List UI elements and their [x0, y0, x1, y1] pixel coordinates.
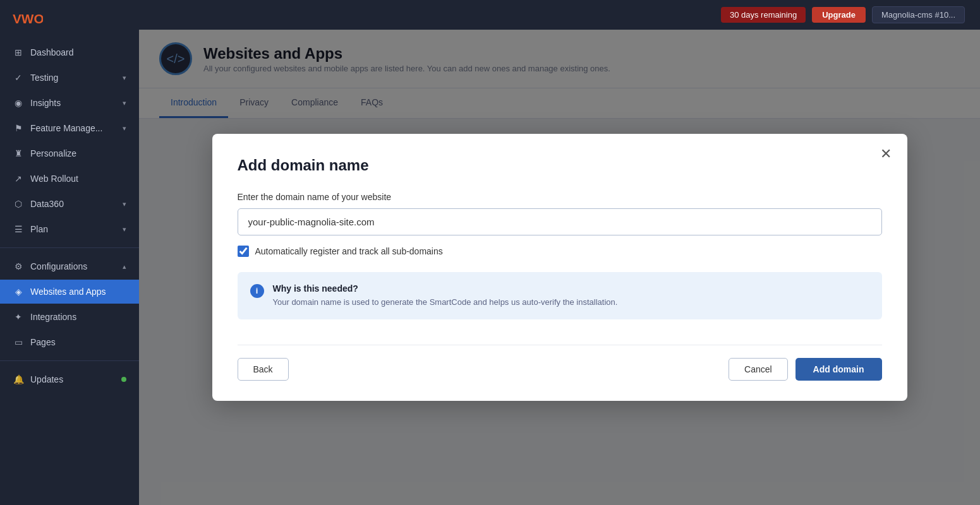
back-button[interactable]: Back: [238, 358, 289, 381]
sidebar-item-plan[interactable]: ☰ Plan ▾: [0, 217, 139, 241]
logo-area: VWO: [0, 0, 139, 38]
sidebar-item-label: Integrations: [30, 312, 76, 322]
sidebar-item-label: Data360: [30, 199, 64, 209]
info-icon: i: [250, 284, 264, 298]
sidebar-item-pages[interactable]: ▭ Pages: [0, 330, 139, 354]
account-badge: Magnolia-cms #10...: [872, 6, 965, 23]
testing-icon: ✓: [13, 72, 24, 83]
sidebar-item-insights[interactable]: ◉ Insights ▾: [0, 91, 139, 115]
chevron-down-icon: ▾: [123, 200, 126, 208]
sidebar-item-data360[interactable]: ⬡ Data360 ▾: [0, 192, 139, 216]
integrations-icon: ✦: [13, 311, 24, 323]
add-domain-modal: ✕ Add domain name Enter the domain name …: [212, 134, 907, 401]
sidebar-item-web-rollout[interactable]: ↗ Web Rollout: [0, 167, 139, 191]
sidebar-item-label: Web Rollout: [30, 174, 78, 184]
nav-divider-2: [0, 360, 139, 361]
sidebar-item-personalize[interactable]: ♜ Personalize: [0, 141, 139, 165]
form-label: Enter the domain name of your website: [238, 192, 882, 202]
sidebar-item-label: Insights: [30, 98, 61, 108]
sidebar-item-websites-and-apps[interactable]: ◈ Websites and Apps: [0, 280, 139, 304]
chevron-down-icon: ▾: [123, 225, 126, 234]
main-content: 30 days remaining Upgrade Magnolia-cms #…: [139, 0, 980, 505]
sidebar-item-integrations[interactable]: ✦ Integrations: [0, 305, 139, 329]
sidebar-item-label: Personalize: [30, 148, 76, 158]
configurations-icon: ⚙: [13, 261, 24, 272]
data360-icon: ⬡: [13, 198, 24, 210]
sidebar-item-label: Dashboard: [30, 47, 74, 57]
subdomain-checkbox-row: Automatically register and track all sub…: [238, 246, 882, 257]
sidebar-item-feature-manage[interactable]: ⚑ Feature Manage... ▾: [0, 116, 139, 140]
sidebar-nav: ⊞ Dashboard ✓ Testing ▾ ◉ Insights ▾ ⚑ F…: [0, 38, 139, 505]
chevron-down-icon: ▾: [123, 99, 126, 107]
nav-divider: [0, 247, 139, 248]
cancel-button[interactable]: Cancel: [729, 358, 788, 381]
topbar: 30 days remaining Upgrade Magnolia-cms #…: [139, 0, 980, 30]
plan-icon: ☰: [13, 223, 24, 235]
updates-badge: [121, 377, 126, 382]
page-area: </> Websites and Apps All your configure…: [139, 30, 980, 505]
info-box-title: Why is this needed?: [273, 283, 618, 294]
modal-close-button[interactable]: ✕: [876, 144, 896, 164]
pages-icon: ▭: [13, 336, 24, 348]
info-box: i Why is this needed? Your domain name i…: [238, 272, 882, 320]
sidebar-item-label: Feature Manage...: [30, 123, 102, 133]
subdomain-checkbox[interactable]: [238, 246, 249, 257]
feature-icon: ⚑: [13, 122, 24, 134]
upgrade-button[interactable]: Upgrade: [812, 7, 866, 23]
checkbox-label: Automatically register and track all sub…: [255, 246, 443, 256]
insights-icon: ◉: [13, 97, 24, 109]
sidebar-item-dashboard[interactable]: ⊞ Dashboard: [0, 40, 139, 64]
dashboard-icon: ⊞: [13, 47, 24, 58]
modal-footer: Back Cancel Add domain: [238, 345, 882, 381]
sidebar-item-configurations[interactable]: ⚙ Configurations ▴: [0, 254, 139, 278]
chevron-down-icon: ▾: [123, 74, 126, 82]
sidebar-item-label: Updates: [30, 374, 63, 384]
modal-title: Add domain name: [238, 157, 882, 174]
sidebar-item-testing[interactable]: ✓ Testing ▾: [0, 66, 139, 90]
sidebar-item-label: Websites and Apps: [30, 287, 106, 297]
sidebar: VWO ⊞ Dashboard ✓ Testing ▾ ◉ Insights ▾: [0, 0, 139, 505]
svg-text:VWO: VWO: [13, 11, 43, 26]
personalize-icon: ♜: [13, 148, 24, 159]
sidebar-item-label: Pages: [30, 337, 56, 347]
sidebar-item-label: Testing: [30, 73, 58, 83]
vwo-logo-icon: VWO: [13, 10, 43, 28]
chevron-up-icon: ▴: [123, 263, 126, 271]
sidebar-item-updates[interactable]: 🔔 Updates: [0, 367, 139, 391]
web-rollout-icon: ↗: [13, 173, 24, 184]
domain-input[interactable]: [238, 208, 882, 235]
chevron-down-icon: ▾: [123, 124, 126, 133]
updates-icon: 🔔: [13, 374, 24, 385]
info-box-description: Your domain name is used to generate the…: [273, 296, 618, 309]
sidebar-item-label: Plan: [30, 224, 48, 234]
days-remaining-badge: 30 days remaining: [721, 7, 806, 23]
modal-overlay: ✕ Add domain name Enter the domain name …: [139, 30, 980, 505]
add-domain-button[interactable]: Add domain: [795, 358, 882, 381]
sidebar-item-label: Configurations: [30, 261, 87, 271]
websites-icon: ◈: [13, 286, 24, 297]
